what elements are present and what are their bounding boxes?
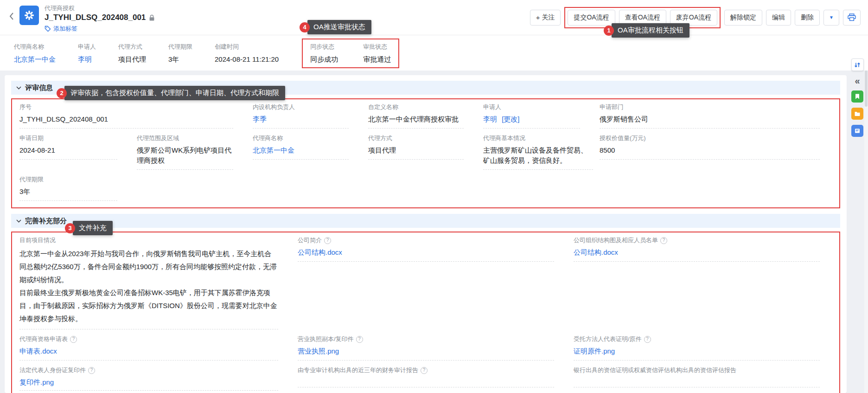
- help-icon[interactable]: ?: [421, 367, 428, 374]
- help-icon[interactable]: ?: [356, 336, 363, 343]
- page-title: J_TYHI_DLSQ_202408_001: [45, 13, 146, 23]
- field-apply-date: 申请日期 2024-08-21: [19, 133, 137, 174]
- annotation-tooltip: 文件补充: [73, 221, 113, 235]
- file-link-id-copy[interactable]: 复印件.png: [19, 378, 54, 386]
- applicant-link[interactable]: 李明: [78, 55, 96, 64]
- section-collapse-icon: [16, 219, 21, 223]
- bookmark-plugin-button[interactable]: [851, 90, 863, 103]
- status-highlight-box: 同步状态 同步成功 审批状态 审批通过: [302, 39, 399, 68]
- detail-card: 评审信息 序号 J_TYHI_DLSQ_202408_001 内设机构负责人 李…: [5, 75, 847, 393]
- field-company-intro: 公司简介 ? 公司结构.docx: [298, 235, 574, 334]
- swap-arrows-icon: [854, 62, 861, 68]
- annotation-tooltip: OA推送审批状态: [307, 20, 371, 34]
- notes-plugin-button[interactable]: [851, 125, 863, 137]
- field-agent-profile: 代理商基本情况 主营俄罗斯矿山设备及备件贸易、矿山服务贸易，资信良好。: [483, 133, 600, 174]
- help-icon[interactable]: ?: [324, 237, 331, 244]
- field-org-chart: 公司组织结构图及相应人员名单 ? 公司结构.docx: [574, 235, 839, 334]
- sync-status-value: 同步成功: [310, 55, 338, 64]
- field-trustee-proof: 受托方法人代表证明/原件 ? 证明原件.png: [574, 334, 839, 365]
- bookmark-icon: [854, 93, 861, 100]
- delete-button[interactable]: 删除: [795, 10, 820, 26]
- field-agent-term: 代理期限 3年: [19, 174, 137, 206]
- chevron-left-icon: [9, 12, 14, 20]
- double-chevron-left-icon: «: [855, 76, 860, 86]
- internal-manager-link[interactable]: 李季: [253, 115, 267, 123]
- section-collapse-icon: [16, 86, 21, 90]
- add-tag-button[interactable]: 添加标签: [45, 25, 155, 33]
- printer-icon: [848, 13, 856, 21]
- app-icon: [19, 6, 39, 25]
- unlock-button[interactable]: 解除锁定: [724, 10, 762, 26]
- field-serial: 序号 J_TYHI_DLSQ_202408_001: [19, 102, 253, 133]
- agent-name-detail-link[interactable]: 北京第一中金: [253, 146, 294, 154]
- lock-icon: [149, 14, 155, 21]
- file-link-trustee-proof[interactable]: 证明原件.png: [574, 347, 615, 355]
- tag-icon: [45, 26, 51, 32]
- edit-button[interactable]: 编辑: [766, 10, 791, 26]
- help-icon[interactable]: ?: [88, 367, 95, 374]
- annotation-oa-buttons: 1 OA审批流程相关按钮: [604, 23, 689, 38]
- info-field-applicant: 申请人 李明: [78, 43, 96, 64]
- field-custom-name: 自定义名称 北京第一中金代理商授权审批: [368, 102, 483, 133]
- summary-info-bar: 代理商名称 北京第一中金 申请人 李明 代理方式 项目代理 代理期限 3年 创建…: [0, 35, 868, 71]
- files-plugin-button[interactable]: [851, 108, 863, 120]
- field-auth-value: 授权价值量(万元) 8500: [600, 133, 839, 174]
- field-applicant: 申请人 李明 [更改]: [483, 102, 600, 133]
- document-icon: [854, 128, 861, 134]
- file-link-qualification-form[interactable]: 申请表.docx: [19, 347, 57, 355]
- print-button[interactable]: [843, 10, 861, 26]
- info-field-agent-term: 代理期限 3年: [168, 43, 192, 64]
- section-supplement-title: 完善补充部分: [25, 217, 67, 225]
- header-left: 代理商授权 J_TYHI_DLSQ_202408_001 添加标签: [7, 0, 155, 35]
- field-id-copy: 法定代表人身份证复印件 ? 复印件.png: [19, 365, 298, 393]
- follow-button[interactable]: + 关注: [530, 10, 561, 26]
- audit-report-value: [298, 377, 554, 387]
- project-status-paragraph-1: 北京第一中金从2023年开始与我司合作，向俄罗斯销售我司电铲主机，至今主机合同总…: [19, 247, 278, 286]
- header: 代理商授权 J_TYHI_DLSQ_202408_001 添加标签: [0, 0, 868, 35]
- side-toolbar: «: [850, 58, 865, 137]
- project-status-paragraph-2: 目前最终业主俄罗斯极地黄金公司准备招标WK-35电铲，用于其下属苏霍伊洛克项目，…: [19, 286, 278, 325]
- annotation-review-basis: 2 评审依据，包含授权价值量、代理部门、申请日期、代理方式和期限: [57, 86, 285, 100]
- field-project-status: 目前项目情况 北京第一中金从2023年开始与我司合作，向俄罗斯销售我司电铲主机，…: [19, 235, 298, 334]
- annotation-number-badge: 1: [604, 26, 614, 36]
- info-field-created-time: 创建时间 2024-08-21 11:21:20: [215, 43, 279, 63]
- info-field-agent-name: 代理商名称 北京第一中金: [14, 43, 56, 64]
- file-link-company-intro[interactable]: 公司结构.docx: [298, 248, 342, 256]
- annotation-number-badge: 3: [65, 223, 75, 233]
- help-icon[interactable]: ?: [660, 237, 667, 244]
- section-supplement-header[interactable]: 完善补充部分: [11, 214, 840, 228]
- file-link-business-license[interactable]: 营业执照.png: [298, 347, 339, 355]
- info-field-agent-mode: 代理方式 项目代理: [118, 43, 146, 64]
- page-scrollbar[interactable]: [864, 35, 868, 393]
- more-actions-button[interactable]: ▼: [823, 10, 839, 26]
- info-field-approval-status: 审批状态 审批通过: [363, 43, 391, 67]
- field-apply-dept: 申请部门 俄罗斯销售公司: [600, 102, 839, 133]
- help-icon[interactable]: ?: [644, 336, 651, 343]
- change-applicant-link[interactable]: [更改]: [502, 115, 519, 123]
- section-review-title: 评审信息: [25, 84, 53, 92]
- field-agent-scope: 代理范围及区域 俄罗斯公司WK系列电铲项目代理商授权: [137, 133, 253, 174]
- field-business-license: 营业执照副本/复印件 ? 营业执照.png: [298, 334, 574, 365]
- help-icon[interactable]: ?: [70, 336, 77, 343]
- info-field-sync-status: 同步状态 同步成功: [310, 43, 338, 67]
- review-fields-highlight-box: 序号 J_TYHI_DLSQ_202408_001 内设机构负责人 李季 自定义…: [11, 98, 840, 208]
- approval-status-value: 审批通过: [363, 55, 391, 64]
- collapse-panel-button[interactable]: «: [855, 76, 860, 85]
- field-qualification-form: 代理商资格申请表 ? 申请表.docx: [19, 334, 298, 365]
- title-block: 代理商授权 J_TYHI_DLSQ_202408_001 添加标签: [45, 4, 155, 33]
- back-button[interactable]: [7, 11, 16, 23]
- field-internal-manager: 内设机构负责人 李季: [253, 102, 368, 133]
- annotation-number-badge: 4: [300, 22, 310, 32]
- field-credit-report: 银行出具的资信证明或权威资信评估机构出具的资信评估报告: [574, 365, 839, 393]
- file-link-org-chart[interactable]: 公司结构.docx: [574, 248, 618, 256]
- field-agent-mode: 代理方式 项目代理: [368, 133, 483, 174]
- layout-toggle-button[interactable]: [851, 58, 864, 71]
- add-tag-label: 添加标签: [53, 25, 77, 33]
- applicant-detail-link[interactable]: 李明: [483, 115, 497, 123]
- title-row: J_TYHI_DLSQ_202408_001: [45, 13, 155, 23]
- annotation-oa-status: 4 OA推送审批状态: [300, 20, 371, 34]
- supplement-fields-highlight-box: 目前项目情况 北京第一中金从2023年开始与我司合作，向俄罗斯销售我司电铲主机，…: [11, 232, 840, 393]
- pinwheel-icon: [24, 10, 35, 21]
- agent-name-link[interactable]: 北京第一中金: [14, 55, 56, 64]
- folder-icon: [854, 110, 861, 117]
